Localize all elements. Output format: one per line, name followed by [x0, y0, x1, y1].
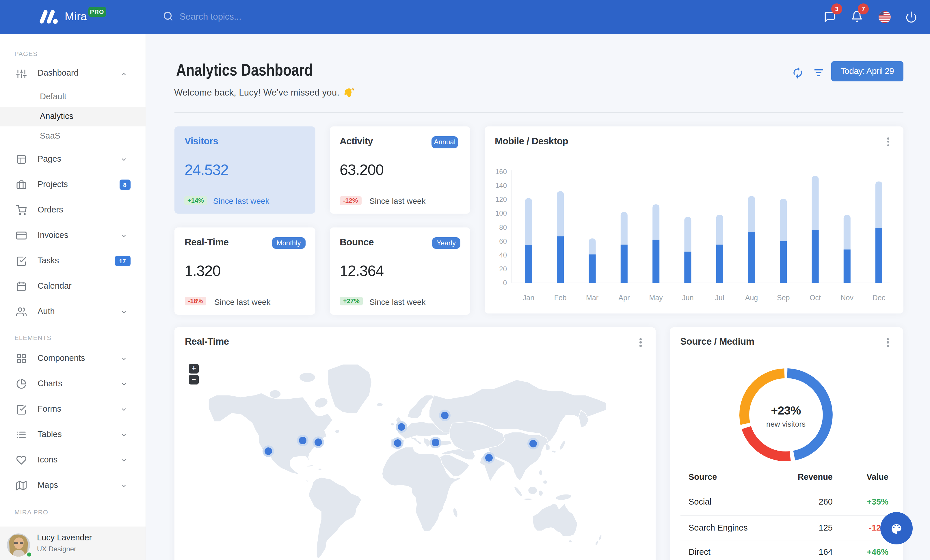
svg-text:Dec: Dec: [873, 293, 885, 302]
svg-text:60: 60: [499, 237, 507, 245]
svg-text:0: 0: [503, 279, 507, 287]
svg-text:Mar: Mar: [586, 293, 599, 302]
svg-text:Oct: Oct: [810, 293, 821, 302]
svg-text:100: 100: [495, 209, 507, 217]
svg-text:Apr: Apr: [618, 293, 630, 302]
svg-text:May: May: [649, 293, 663, 302]
svg-text:160: 160: [495, 168, 507, 175]
svg-text:Jul: Jul: [715, 293, 724, 302]
svg-text:Jun: Jun: [682, 293, 693, 302]
svg-text:Sep: Sep: [777, 293, 790, 302]
svg-text:40: 40: [499, 251, 507, 259]
svg-text:80: 80: [499, 223, 507, 231]
svg-text:20: 20: [499, 265, 507, 273]
svg-text:Aug: Aug: [745, 293, 758, 302]
svg-text:120: 120: [495, 195, 507, 203]
svg-text:Nov: Nov: [841, 293, 854, 302]
svg-text:Feb: Feb: [554, 293, 567, 302]
svg-text:140: 140: [495, 181, 507, 189]
svg-text:Jan: Jan: [523, 293, 534, 302]
